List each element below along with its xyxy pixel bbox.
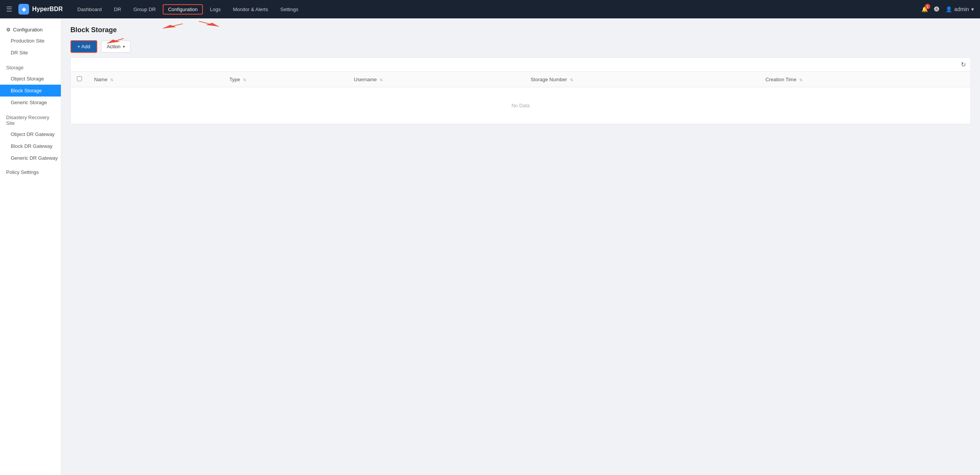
nav-dashboard[interactable]: Dashboard (72, 4, 107, 15)
page-title: Block Storage (70, 26, 971, 34)
th-checkbox (71, 72, 88, 87)
svg-line-3 (199, 21, 219, 27)
sidebar-item-block-dr-gateway[interactable]: Block DR Gateway (0, 140, 61, 152)
no-data-row: No Data (71, 87, 970, 124)
no-data-label: No Data (511, 103, 530, 108)
sidebar-item-generic-storage[interactable]: Generic Storage (0, 97, 61, 108)
action-chevron-icon: ▾ (123, 44, 125, 49)
th-name[interactable]: Name ⇅ (88, 72, 223, 87)
sidebar-item-object-dr-gateway[interactable]: Object DR Gateway (0, 128, 61, 140)
brand-icon: ◈ (18, 4, 29, 15)
username-sort-icon: ⇅ (380, 78, 383, 82)
block-storage-table: Name ⇅ Type ⇅ Username ⇅ Storage Numbe (71, 72, 970, 124)
add-button[interactable]: + Add (70, 40, 97, 53)
topnav: ☰ ◈ HyperBDR Dashboard DR Group DR Confi… (0, 0, 980, 18)
sidebar-group-dr-site: Disastery Recovery Site (0, 111, 61, 128)
refresh-button[interactable]: ↻ (961, 61, 966, 68)
topnav-right: 🔔 1 🅐 👤 admin ▾ (921, 6, 974, 12)
nav-configuration[interactable]: Configuration (163, 4, 203, 15)
table-container: ↻ Name ⇅ Type ⇅ (70, 57, 971, 124)
th-creation-time[interactable]: Creation Time ⇅ (759, 72, 970, 87)
sidebar-section-title: ⚙ Configuration (0, 23, 61, 35)
toolbar: + Add Action ▾ (70, 40, 971, 53)
main-content: Block Storage + Add Action ▾ ↻ (61, 18, 980, 475)
config-icon: ⚙ (6, 27, 11, 33)
avatar-icon: 🅐 (934, 6, 939, 12)
th-storage-number[interactable]: Storage Number ⇅ (524, 72, 760, 87)
sidebar-group-storage: Storage (0, 61, 61, 73)
nav-group-dr[interactable]: Group DR (128, 4, 161, 15)
sidebar: ⚙ Configuration Production Site DR Site … (0, 18, 61, 475)
sidebar-item-block-storage[interactable]: Block Storage (0, 85, 61, 97)
sidebar-item-object-storage[interactable]: Object Storage (0, 73, 61, 85)
th-username[interactable]: Username ⇅ (348, 72, 524, 87)
user-icon: 👤 (946, 6, 952, 12)
brand: ◈ HyperBDR (18, 4, 63, 15)
sidebar-item-dr-site[interactable]: DR Site (0, 47, 61, 59)
sidebar-item-generic-dr-gateway[interactable]: Generic DR Gateway (0, 152, 61, 164)
table-toolbar: ↻ (71, 58, 970, 72)
sidebar-item-policy-settings[interactable]: Policy Settings (0, 166, 61, 178)
hamburger-icon[interactable]: ☰ (6, 5, 12, 13)
brand-label: HyperBDR (32, 6, 63, 13)
username-label: admin (954, 6, 969, 12)
user-menu[interactable]: 👤 admin ▾ (946, 6, 974, 12)
nav-settings[interactable]: Settings (275, 4, 304, 15)
nav-logs[interactable]: Logs (204, 4, 226, 15)
user-chevron-icon: ▾ (971, 6, 974, 12)
storage-number-sort-icon: ⇅ (570, 78, 573, 82)
notification-icon[interactable]: 🔔 1 (921, 6, 928, 12)
table-body: No Data (71, 87, 970, 124)
layout: ⚙ Configuration Production Site DR Site … (0, 18, 980, 475)
nav-monitor-alerts[interactable]: Monitor & Alerts (227, 4, 273, 15)
nav-items: Dashboard DR Group DR Configuration Logs… (72, 4, 921, 15)
table-header: Name ⇅ Type ⇅ Username ⇅ Storage Numbe (71, 72, 970, 87)
notification-badge: 1 (925, 4, 930, 9)
sidebar-item-production-site[interactable]: Production Site (0, 35, 61, 47)
th-type[interactable]: Type ⇅ (223, 72, 348, 87)
creation-time-sort-icon: ⇅ (799, 78, 802, 82)
select-all-checkbox[interactable] (77, 76, 82, 81)
nav-dr[interactable]: DR (109, 4, 127, 15)
action-label: Action (107, 44, 121, 49)
action-button[interactable]: Action ▾ (101, 41, 131, 52)
type-sort-icon: ⇅ (243, 78, 246, 82)
name-sort-icon: ⇅ (110, 78, 113, 82)
